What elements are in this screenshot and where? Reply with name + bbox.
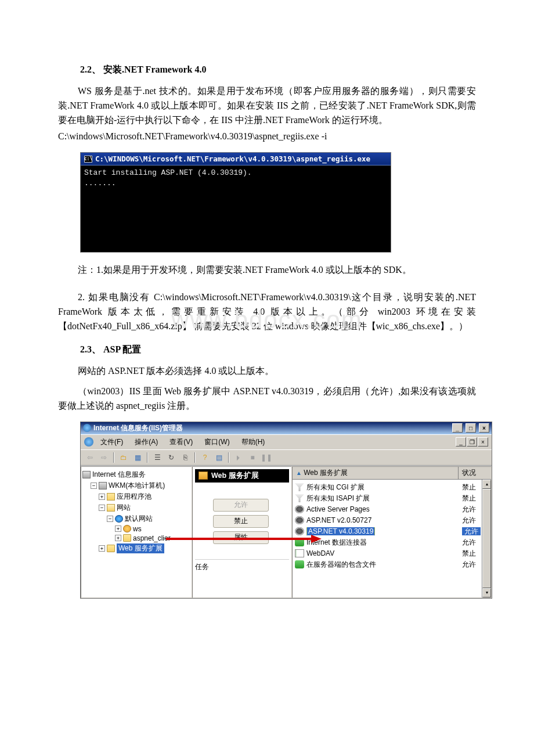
extension-name: Active Server Pages — [306, 505, 370, 513]
command-line: C:\windows\Microsoft.NET\Framework\v4.0.… — [58, 129, 476, 144]
extension-name: ASP.NET v2.0.50727 — [306, 516, 371, 524]
iis-tree-pane: Internet 信息服务 − WKM(本地计算机) + 应用程序池 − 网站 — [81, 466, 192, 598]
mdi-minimize-button[interactable]: _ — [456, 437, 466, 447]
menu-window[interactable]: 窗口(W) — [200, 436, 234, 448]
stop-toolbutton[interactable]: ⏵ — [233, 452, 244, 463]
gear-icon — [295, 505, 304, 513]
iis-toolbar: ⇦ ⇨ 🗀 ▦ ☰ ↻ ⎘ ? ▤ ⏵ ■ ❚❚ — [81, 449, 492, 466]
menu-action[interactable]: 操作(A) — [130, 436, 163, 448]
heading-2-2: 2.2、 安装.NET Framework 4.0 — [80, 64, 476, 76]
extension-name: 在服务器端的包含文件 — [306, 560, 376, 568]
extension-row[interactable]: WebDAV禁止 — [293, 548, 491, 559]
tree-ws[interactable]: + ws — [82, 524, 190, 534]
scrollbar[interactable]: ▴ ▾ — [482, 480, 491, 597]
help-button[interactable]: ? — [199, 452, 211, 463]
mdi-close-button[interactable]: × — [478, 437, 488, 447]
iis-title-text: Internet 信息服务(IIS)管理器 — [93, 423, 183, 433]
extension-row[interactable]: ASP.NET v4.0.30319允许 — [293, 526, 491, 537]
extension-list-header: ▲ Web 服务扩展 状况 — [293, 467, 491, 480]
note-2: 2. 如果电脑没有 C:\windows\Microsoft.NET\Frame… — [58, 290, 476, 333]
expand-icon[interactable]: + — [99, 545, 105, 552]
extension-row[interactable]: Internet 数据连接器允许 — [293, 537, 491, 548]
webext-heading: Web 服务扩展 — [195, 469, 289, 483]
chain-icon — [295, 538, 304, 546]
col-status[interactable]: 状况 — [459, 467, 491, 479]
properties-button[interactable]: ☰ — [151, 452, 163, 463]
extension-row[interactable]: Active Server Pages允许 — [293, 504, 491, 515]
folder-icon — [107, 504, 115, 512]
server-icon — [82, 471, 91, 478]
extension-name: WebDAV — [306, 549, 334, 557]
tree-aspnet-client[interactable]: + aspnet_clier — [82, 534, 190, 543]
apppool-icon — [107, 493, 115, 501]
mdi-restore-button[interactable]: ❐ — [467, 437, 477, 447]
iis-extension-list: ▲ Web 服务扩展 状况 ▴ ▾ 所有未知 — [292, 466, 492, 598]
col-extension[interactable]: ▲ Web 服务扩展 — [293, 467, 459, 479]
view-button[interactable]: ▤ — [213, 452, 225, 463]
extension-name: Internet 数据连接器 — [306, 538, 367, 546]
collapse-icon[interactable]: − — [99, 505, 105, 511]
list-button[interactable]: ▦ — [132, 452, 143, 463]
menu-view[interactable]: 查看(V) — [165, 436, 197, 448]
pause-toolbutton[interactable]: ❚❚ — [261, 452, 272, 463]
tree-root[interactable]: Internet 信息服务 — [82, 469, 190, 480]
extension-name: 所有未知 ISAPI 扩展 — [306, 494, 370, 502]
extension-status: 禁止 — [462, 483, 476, 491]
app-icon — [123, 525, 131, 532]
extension-row[interactable]: ASP.NET v2.0.50727允许 — [293, 515, 491, 526]
up-button[interactable]: 🗀 — [118, 452, 129, 463]
iis-titlebar: Internet 信息服务(IIS)管理器 _ □ × — [81, 422, 492, 434]
tree-default-site[interactable]: − 默认网站 — [82, 513, 190, 524]
minimize-button[interactable]: _ — [452, 423, 463, 433]
tree-host[interactable]: − WKM(本地计算机) — [82, 480, 190, 491]
paragraph-asp-2: （win2003）IIS 里面 Web 服务扩展中 ASP.NET v4.0.3… — [58, 384, 476, 413]
extension-status: 允许 — [462, 516, 476, 524]
chain-icon — [295, 560, 304, 568]
extension-status: 禁止 — [462, 494, 476, 502]
start-toolbutton[interactable]: ■ — [247, 452, 258, 463]
forward-button[interactable]: ⇨ — [98, 452, 110, 463]
folder-icon — [199, 471, 208, 480]
refresh-button[interactable]: ↻ — [165, 452, 177, 463]
console-title-text: C:\WINDOWS\Microsoft.NET\Framework\v4.0.… — [95, 154, 370, 163]
allow-button[interactable]: 允许 — [213, 499, 269, 512]
extension-status: 允许 — [462, 538, 476, 546]
maximize-button[interactable]: □ — [466, 423, 476, 433]
tasks-label: 任务 — [195, 559, 289, 572]
iis-menubar: 文件(F) 操作(A) 查看(V) 窗口(W) 帮助(H) _ ❐ × — [81, 434, 492, 449]
tree-apppool[interactable]: + 应用程序池 — [82, 491, 190, 502]
scroll-up-button[interactable]: ▴ — [482, 480, 491, 489]
extension-row[interactable]: 所有未知 ISAPI 扩展禁止 — [293, 493, 491, 504]
menu-help[interactable]: 帮助(H) — [237, 436, 270, 448]
console-screenshot: c:\ C:\WINDOWS\Microsoft.NET\Framework\v… — [80, 152, 391, 253]
extension-status: 允许 — [462, 505, 476, 513]
paragraph-install-net: WS 服务是基于.net 技术的。如果是用于发布环境（即客户应用服务器的服务端）… — [58, 84, 476, 127]
extension-status: 允许 — [462, 527, 481, 535]
console-titlebar: c:\ C:\WINDOWS\Microsoft.NET\Framework\v… — [81, 153, 391, 165]
scroll-down-button[interactable]: ▾ — [482, 588, 491, 597]
expand-icon[interactable]: + — [115, 535, 121, 541]
menu-file[interactable]: 文件(F) — [96, 436, 128, 448]
collapse-icon[interactable]: − — [91, 483, 97, 489]
iis-manager-window: Internet 信息服务(IIS)管理器 _ □ × 文件(F) 操作(A) … — [80, 422, 492, 599]
mmc-icon — [84, 437, 93, 447]
tree-sites[interactable]: − 网站 — [82, 502, 190, 513]
back-button[interactable]: ⇦ — [84, 452, 96, 463]
heading-2-3: 2.3、 ASP 配置 — [80, 344, 476, 356]
extension-row[interactable]: 在服务器端的包含文件允许 — [293, 559, 491, 570]
tree-webext[interactable]: + Web 服务扩展 — [82, 543, 190, 554]
collapse-icon[interactable]: − — [107, 516, 113, 522]
extension-status: 禁止 — [462, 549, 476, 557]
close-button[interactable]: × — [479, 423, 489, 433]
gear-icon — [295, 527, 304, 535]
site-icon — [115, 515, 123, 523]
properties-button[interactable]: 属性 — [213, 531, 269, 544]
prohibit-button[interactable]: 禁止 — [213, 515, 269, 528]
expand-icon[interactable]: + — [115, 525, 121, 532]
expand-icon[interactable]: + — [99, 494, 105, 500]
scroll-thumb[interactable] — [482, 489, 491, 588]
extension-row[interactable]: 所有未知 CGI 扩展禁止 — [293, 482, 491, 493]
export-button[interactable]: ⎘ — [179, 452, 191, 463]
filter-icon — [295, 494, 304, 502]
folder-icon — [123, 534, 131, 542]
